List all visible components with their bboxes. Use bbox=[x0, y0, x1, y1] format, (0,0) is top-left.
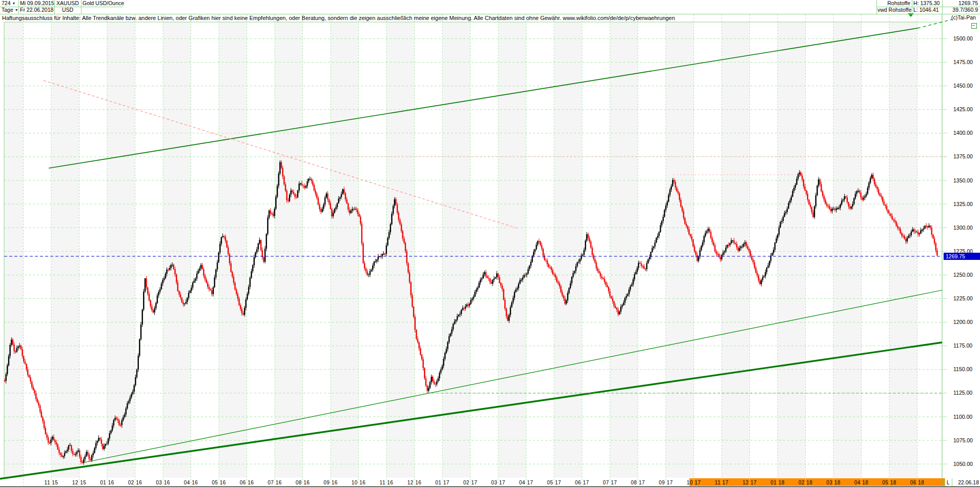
corner-date-label: 22.06.18 bbox=[952, 479, 979, 485]
y-axis-label: 1150.00 bbox=[953, 366, 980, 372]
header-bottom-border bbox=[0, 14, 980, 14]
x-axis-label: 12 16 bbox=[407, 480, 422, 485]
y-axis-label: 1325.00 bbox=[953, 201, 980, 207]
x-axis-label: 02 16 bbox=[128, 480, 142, 485]
x-axis-label: 01 18 bbox=[770, 480, 785, 485]
x-axis-label: 03 18 bbox=[826, 480, 841, 485]
tai-pan-watermark: (c)Tai-Pan bbox=[951, 14, 976, 21]
y-axis-label: 1050.00 bbox=[953, 461, 980, 467]
instrument-title: Gold USD/Ounce bbox=[83, 0, 195, 7]
x-axis-label: 11 16 bbox=[380, 480, 394, 485]
axis-corner-divider bbox=[952, 478, 952, 486]
x-axis-label: 09 16 bbox=[323, 480, 338, 485]
date-from-field[interactable]: Mi 09.09.2015 bbox=[20, 0, 54, 7]
x-axis-label: 05 16 bbox=[212, 480, 226, 485]
date-to-field[interactable]: Fr 22.06.2018 bbox=[20, 7, 54, 13]
y-axis-label: 1250.00 bbox=[953, 272, 980, 278]
bars-count-dropdown[interactable]: 724 ▼ bbox=[2, 0, 17, 7]
y-axis-label: 1375.00 bbox=[953, 153, 980, 159]
currency-label: USD bbox=[55, 7, 80, 13]
x-axis-label: 05 17 bbox=[547, 480, 561, 485]
chart-canvas[interactable] bbox=[0, 0, 980, 488]
period-unit-value: Tage bbox=[2, 7, 13, 13]
x-axis-label: 07 17 bbox=[603, 480, 617, 485]
y-axis-label: 1475.00 bbox=[953, 59, 980, 65]
x-axis-label: 01 17 bbox=[435, 480, 450, 485]
y-axis-label: 1075.00 bbox=[953, 437, 980, 443]
group-label-2: vwd Rohstoffe bbox=[877, 7, 910, 13]
x-axis-label: 06 17 bbox=[575, 480, 589, 485]
y-axis-label: 1100.00 bbox=[953, 414, 980, 420]
header-row-divider bbox=[0, 7, 123, 7]
x-axis-label: 03 16 bbox=[156, 480, 170, 485]
y-axis-label: 1125.00 bbox=[953, 390, 980, 396]
y-axis-label: 1425.00 bbox=[953, 106, 980, 112]
y-axis-label: 1450.00 bbox=[953, 83, 980, 89]
chevron-down-icon: ▼ bbox=[12, 2, 15, 5]
x-axis-label: 03 17 bbox=[491, 480, 505, 485]
period-low: L: 1046.41 bbox=[913, 7, 941, 13]
x-axis-label: 01 16 bbox=[100, 480, 114, 485]
x-axis-label: 08 17 bbox=[631, 480, 645, 485]
tai-pan-chart-window: 724 ▼ Mi 09.09.2015 XAUUSD Gold USD/Ounc… bbox=[0, 0, 980, 488]
last-price-badge: 1269.75 bbox=[944, 253, 980, 260]
symbol-label: XAUUSD bbox=[55, 0, 80, 7]
y-axis-label: 1225.00 bbox=[953, 295, 980, 301]
x-axis-label: 07 16 bbox=[268, 480, 282, 485]
x-axis-label: 05 18 bbox=[882, 480, 896, 485]
axis-corner-divider bbox=[945, 478, 945, 486]
x-axis-label: 12 15 bbox=[72, 480, 87, 485]
y-axis-label: 1350.00 bbox=[953, 177, 980, 184]
chevron-down-icon: ▼ bbox=[15, 8, 18, 12]
y-axis-label: 1300.00 bbox=[953, 225, 980, 231]
x-axis-label: 02 18 bbox=[799, 480, 813, 485]
x-axis-label: 04 18 bbox=[854, 480, 869, 485]
x-axis-label: 06 18 bbox=[910, 480, 925, 485]
group-label-1: Rohstoffe bbox=[877, 0, 910, 7]
corner-l-label: L bbox=[945, 479, 951, 485]
period-unit-dropdown[interactable]: Tage ▼ bbox=[2, 7, 19, 13]
x-axis-label: 10 17 bbox=[687, 480, 701, 485]
x-axis-label: 10 16 bbox=[352, 480, 366, 485]
header-last-price: 1269.75 bbox=[944, 0, 978, 7]
x-axis-label: 02 17 bbox=[463, 480, 478, 485]
x-axis-label: 09 17 bbox=[659, 480, 673, 485]
x-axis-label: 04 16 bbox=[184, 480, 198, 485]
header-extra-value: 39.7/360.9 bbox=[944, 7, 978, 13]
x-axis-label: 04 17 bbox=[519, 480, 534, 485]
bars-count-value: 724 bbox=[2, 0, 11, 6]
y-axis-label: 1500.00 bbox=[953, 35, 980, 42]
header-row-divider bbox=[876, 7, 980, 7]
x-axis-label: 08 16 bbox=[296, 480, 310, 485]
x-axis-label: 12 17 bbox=[743, 480, 757, 485]
y-axis-label: 1400.00 bbox=[953, 130, 980, 136]
y-axis-label: 1175.00 bbox=[953, 342, 980, 349]
x-axis-label: 06 16 bbox=[240, 480, 254, 485]
disclaimer-text: Haftungsausschluss für Inhalte: Alle Tre… bbox=[2, 15, 675, 21]
y-axis-label: 1200.00 bbox=[953, 319, 980, 325]
collapse-box-icon[interactable] bbox=[971, 23, 977, 29]
period-high: H: 1375.30 bbox=[913, 0, 941, 7]
x-axis-label: 11 15 bbox=[45, 480, 58, 485]
x-axis-label: 11 17 bbox=[715, 480, 729, 485]
